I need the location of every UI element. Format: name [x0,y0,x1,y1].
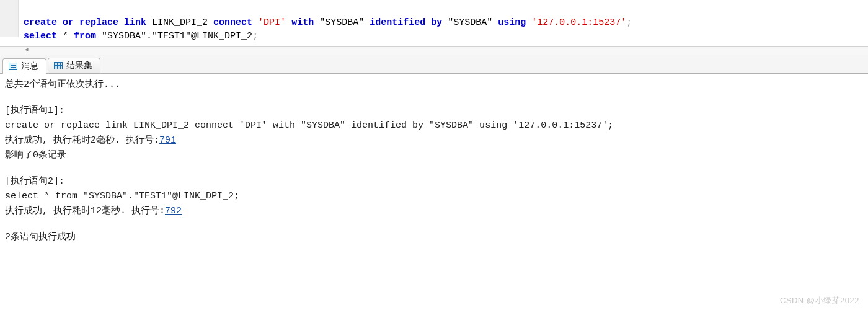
identifier: @LINK_DPI_2 [191,31,252,42]
statement-1-sql: create or replace link LINK_DPI_2 connec… [5,118,863,133]
space [96,31,102,42]
messages-icon [8,61,18,71]
code-content[interactable]: create or replace link LINK_DPI_2 connec… [19,0,637,46]
execution-number-link[interactable]: 791 [159,135,176,146]
result-tabs-bar: 消息 结果集 [0,55,868,74]
keyword: from [74,31,96,42]
watermark: CSDN @小绿芽2022 [780,295,859,306]
keyword: create or replace link [24,17,146,28]
output-header: 总共2个语句正依次执行... [5,78,863,92]
code-line-1[interactable]: create or replace link LINK_DPI_2 connec… [24,17,632,28]
horizontal-scrollbar[interactable] [0,46,868,55]
space [492,17,498,28]
string-literal: 'DPI' [258,17,286,28]
semicolon: ; [252,31,258,42]
status-text: 执行成功, 执行耗时12毫秒. 执行号: [5,206,165,216]
keyword: select [24,31,57,42]
space [526,17,531,28]
code-line-2[interactable]: select * from "SYSDBA"."TEST1"@LINK_DPI_… [24,31,258,42]
quoted-identifier: "SYSDBA" [448,17,492,28]
space [314,17,319,28]
statement-1-rows: 影响了0条记录 [5,148,863,163]
keyword: connect [213,17,252,28]
space [364,17,370,28]
keyword: using [498,17,526,28]
tab-label: 结果集 [66,60,92,71]
grid-icon [53,61,63,71]
space [286,17,291,28]
quoted-identifier: "SYSDBA"."TEST1" [102,31,191,42]
output-footer: 2条语句执行成功 [5,230,863,245]
statement-1-label: [执行语句1]: [5,104,863,118]
status-text: 执行成功, 执行耗时2毫秒. 执行号: [5,135,159,146]
statement-2-label: [执行语句2]: [5,174,863,189]
statement-2-sql: select * from "SYSDBA"."TEST1"@LINK_DPI_… [5,189,863,204]
space [252,17,258,28]
editor-gutter [0,0,19,37]
execution-number-link[interactable]: 792 [165,206,182,216]
space [442,17,448,28]
string-literal: '127.0.0.1:15237' [531,17,626,28]
identifier: LINK_DPI_2 [146,17,213,28]
statement-1-status: 执行成功, 执行耗时2毫秒. 执行号:791 [5,133,863,148]
quoted-identifier: "SYSDBA" [319,17,364,28]
keyword: identified by [370,17,442,28]
keyword: with [291,17,314,28]
statement-2-status: 执行成功, 执行耗时12毫秒. 执行号:792 [5,204,863,219]
tab-resultset[interactable]: 结果集 [48,58,100,73]
identifier: * [57,31,74,42]
tab-label: 消息 [21,61,38,72]
messages-output[interactable]: 总共2个语句正依次执行... [执行语句1]: create or replac… [0,74,868,249]
sql-editor[interactable]: create or replace link LINK_DPI_2 connec… [0,0,868,46]
semicolon: ; [626,17,632,28]
tab-messages[interactable]: 消息 [2,58,46,74]
